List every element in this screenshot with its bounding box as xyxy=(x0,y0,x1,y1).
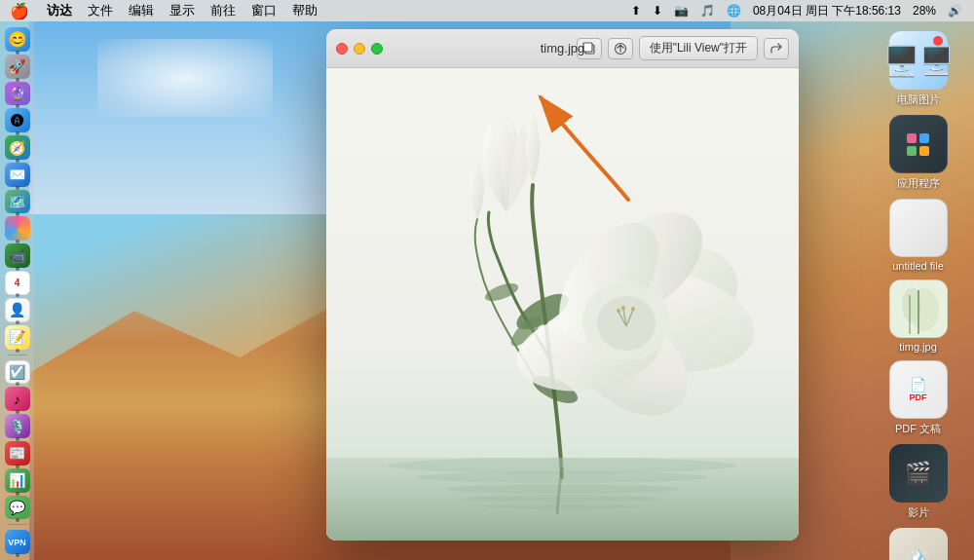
sidebar-item-timg[interactable]: timg.jpg xyxy=(870,280,967,353)
unnamed-icon: 🏔️ xyxy=(889,528,948,560)
sidebar-item-apps[interactable]: 应用程序 xyxy=(870,115,967,191)
volume[interactable]: 🔊 xyxy=(944,4,966,18)
apple-menu[interactable]: 🍎 xyxy=(0,2,39,20)
svg-point-30 xyxy=(445,484,679,494)
menu-go[interactable]: 前往 xyxy=(203,2,244,19)
flower-image xyxy=(326,68,799,541)
dock-notes[interactable]: 📝 xyxy=(5,325,30,350)
open-with-button[interactable]: 使用"Lili View"打开 xyxy=(639,36,758,60)
dock-separator-2 xyxy=(8,524,27,525)
globe-icon[interactable]: 🌐 xyxy=(723,4,745,18)
pdf-label: PDF 文稿 xyxy=(895,422,941,436)
titlebar-actions: 使用"Lili View"打开 xyxy=(577,36,789,60)
minimize-button[interactable] xyxy=(354,43,365,55)
svg-point-25 xyxy=(631,307,635,311)
apps-icon xyxy=(889,115,948,173)
preview-titlebar: timg.jpg 使用"Lili View"打开 xyxy=(326,29,799,68)
computer-label: 电脑图片 xyxy=(897,93,940,107)
menu-window[interactable]: 窗口 xyxy=(244,2,284,19)
dock-finder[interactable]: 😊 xyxy=(5,27,30,52)
svg-point-31 xyxy=(465,495,659,503)
window-controls xyxy=(336,43,383,55)
dock-maps[interactable]: 🗺️ xyxy=(5,190,30,214)
movie-label: 影片 xyxy=(908,505,929,520)
menu-help[interactable]: 帮助 xyxy=(284,2,325,19)
menu-edit[interactable]: 编辑 xyxy=(121,2,162,19)
download-icon[interactable]: ⬇ xyxy=(649,4,666,18)
computer-icon: 🖥️ xyxy=(889,31,948,90)
dock-facetime[interactable]: 📹 xyxy=(5,243,30,268)
arrow-annotation xyxy=(502,78,657,205)
menu-view[interactable]: 显示 xyxy=(162,2,203,19)
dock-launchpad[interactable]: 🚀 xyxy=(5,55,30,79)
preview-window: timg.jpg 使用"Lili View"打开 xyxy=(326,29,799,541)
datetime: 08月04日 周日 下午18:56:13 xyxy=(749,3,905,19)
menu-finder[interactable]: 访达 xyxy=(39,2,80,19)
pdf-icon: 📄 PDF xyxy=(889,360,948,419)
timg-icon xyxy=(889,280,948,338)
movie-icon: 🎬 xyxy=(889,444,948,503)
dock-reminders[interactable]: ☑️ xyxy=(5,360,30,385)
sidebar-item-computer[interactable]: 🖥️ 电脑图片 xyxy=(870,31,967,107)
dock-numbers[interactable]: 📊 xyxy=(5,468,30,493)
upload-icon[interactable]: ⬆ xyxy=(627,4,645,18)
desktop: 🍎 访达 文件 编辑 显示 前往 窗口 帮助 ⬆ ⬇ 📷 🎵 🌐 08月04日 … xyxy=(0,0,974,560)
dock-siri[interactable]: 🔮 xyxy=(5,82,30,106)
dock-messages[interactable]: 💬 xyxy=(5,496,30,520)
sidebar-item-untitled[interactable]: untitled file xyxy=(870,199,967,272)
dock-mail[interactable]: ✉️ xyxy=(5,163,30,187)
preview-content xyxy=(326,68,799,541)
fullscreen-button[interactable] xyxy=(371,43,383,55)
apps-label: 应用程序 xyxy=(897,176,940,191)
clouds xyxy=(97,39,273,117)
untitled-label: untitled file xyxy=(892,260,944,272)
dock-appstore[interactable]: 🅐 xyxy=(5,108,30,132)
sidebar-item-pdf[interactable]: 📄 PDF PDF 文稿 xyxy=(870,360,967,436)
window-title: timg.jpg xyxy=(541,41,585,56)
notification-dot xyxy=(933,36,943,46)
dock-contacts[interactable]: 👤 xyxy=(5,298,30,322)
menubar-right: ⬆ ⬇ 📷 🎵 🌐 08月04日 周日 下午18:56:13 28% 🔊 xyxy=(627,3,974,19)
share-top-button[interactable] xyxy=(608,38,633,59)
sidebar-item-unnamed[interactable]: 🏔️ 未命名 xyxy=(870,528,967,560)
svg-point-32 xyxy=(484,504,640,509)
dock-news[interactable]: 📰 xyxy=(5,441,30,466)
sidebar-item-movies[interactable]: 🎬 影片 xyxy=(870,444,967,520)
sound-icon[interactable]: 🎵 xyxy=(696,4,719,18)
close-button[interactable] xyxy=(336,43,348,55)
dock-separator xyxy=(8,355,27,355)
untitled-icon xyxy=(889,199,948,257)
dock-calendar[interactable]: 4 xyxy=(5,271,30,295)
dock-podcasts[interactable]: 🎙️ xyxy=(5,414,30,438)
dock-vpn[interactable]: VPN xyxy=(5,530,30,554)
battery: 28% xyxy=(909,4,940,18)
dock-safari[interactable]: 🧭 xyxy=(5,135,30,160)
share-button[interactable] xyxy=(764,38,789,59)
timg-label: timg.jpg xyxy=(899,341,937,353)
dock-music[interactable]: ♪ xyxy=(5,387,30,411)
dock: 😊 🚀 🔮 🅐 🧭 ✉️ 🗺️ 📹 4 👤 📝 ☑️ ♪ 🎙️ 📰 📊 💬 VP… xyxy=(0,21,34,560)
dock-photos[interactable] xyxy=(5,216,30,241)
svg-point-26 xyxy=(621,306,625,310)
menu-file[interactable]: 文件 xyxy=(80,2,121,19)
menubar: 🍎 访达 文件 编辑 显示 前往 窗口 帮助 ⬆ ⬇ 📷 🎵 🌐 08月04日 … xyxy=(0,0,974,21)
camera-icon[interactable]: 📷 xyxy=(670,4,693,18)
svg-point-24 xyxy=(617,309,620,313)
right-sidebar: 🖥️ 电脑图片 应用程序 xyxy=(862,21,974,560)
